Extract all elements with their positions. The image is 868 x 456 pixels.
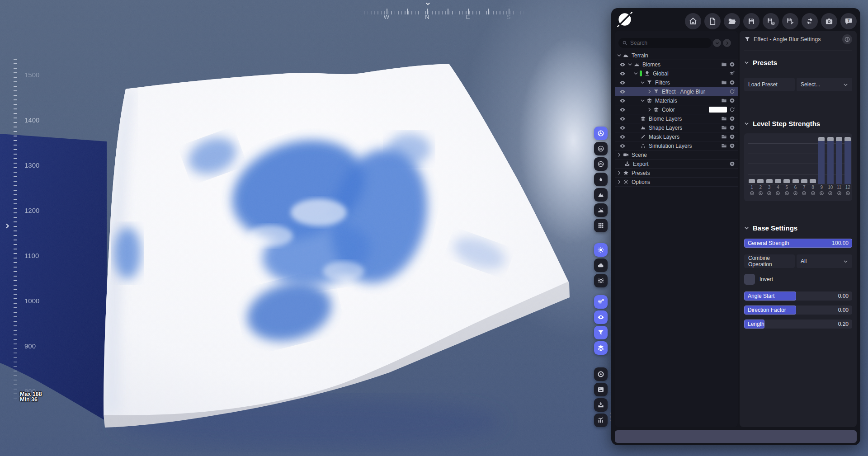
visibility-eye-icon[interactable] bbox=[619, 143, 627, 149]
folder-icon[interactable] bbox=[721, 125, 727, 131]
visibility-eye-icon[interactable] bbox=[619, 116, 627, 122]
tree-row-global[interactable]: Global bbox=[615, 69, 738, 78]
level-slider-handle[interactable] bbox=[844, 137, 851, 141]
tree-row-export[interactable]: Export bbox=[615, 160, 738, 169]
refresh-icon[interactable] bbox=[729, 107, 735, 113]
terrain-ring-button[interactable] bbox=[594, 157, 608, 171]
waves-button[interactable] bbox=[594, 274, 608, 287]
visibility-eye-icon[interactable] bbox=[619, 98, 627, 104]
stats-button[interactable] bbox=[594, 414, 608, 427]
base-settings-section-header[interactable]: Base Settings bbox=[744, 224, 797, 232]
tree-row-terrain[interactable]: Terrain bbox=[615, 51, 738, 60]
chevron-down-icon[interactable] bbox=[627, 62, 632, 67]
plus-icon[interactable] bbox=[729, 134, 735, 140]
tree-row-shape-layers[interactable]: Shape Layers bbox=[615, 123, 738, 132]
level-step-eye-icon[interactable] bbox=[766, 191, 773, 197]
tree-row-biome-layers[interactable]: Biome Layers bbox=[615, 114, 738, 123]
record-button[interactable] bbox=[594, 367, 608, 381]
sun-button[interactable] bbox=[594, 243, 608, 257]
expand-all-button[interactable] bbox=[723, 39, 731, 47]
info-button[interactable] bbox=[842, 34, 852, 44]
tree-row-mask-layers[interactable]: Mask Layers bbox=[615, 132, 738, 141]
level-step-eye-icon[interactable] bbox=[793, 191, 799, 197]
funnel-button[interactable] bbox=[594, 326, 608, 339]
level-slider-handle[interactable] bbox=[801, 179, 807, 183]
refresh-icon[interactable] bbox=[729, 89, 735, 94]
mountain-button[interactable] bbox=[594, 188, 608, 202]
plus-icon[interactable] bbox=[729, 98, 735, 103]
plus-icon[interactable] bbox=[729, 143, 735, 149]
collapse-all-button[interactable] bbox=[713, 39, 721, 47]
chevron-down-icon[interactable] bbox=[633, 71, 638, 76]
compass[interactable]: WNES bbox=[357, 3, 529, 24]
level-step-eye-icon[interactable] bbox=[818, 191, 825, 197]
level-step-eye-icon[interactable] bbox=[783, 191, 790, 197]
visibility-eye-icon[interactable] bbox=[619, 134, 627, 140]
level-slider-handle[interactable] bbox=[793, 179, 799, 183]
color-swatch[interactable] bbox=[709, 107, 727, 113]
level-step-eye-icon[interactable] bbox=[827, 191, 834, 197]
plus-icon[interactable] bbox=[729, 161, 735, 167]
plus-icon[interactable] bbox=[729, 61, 735, 67]
tree-row-materials[interactable]: Materials bbox=[615, 96, 738, 105]
gears-button[interactable] bbox=[594, 295, 608, 309]
plus-icon[interactable] bbox=[729, 125, 735, 131]
combine-operation-select[interactable]: All bbox=[797, 254, 852, 268]
visibility-eye-icon[interactable] bbox=[619, 89, 627, 95]
level-step-eye-icon[interactable] bbox=[836, 191, 842, 197]
chevron-right-icon[interactable] bbox=[647, 89, 652, 94]
visibility-eye-icon[interactable] bbox=[619, 61, 627, 68]
save-edit-button[interactable] bbox=[782, 13, 798, 29]
level-slider-handle[interactable] bbox=[810, 179, 816, 183]
export-button[interactable] bbox=[594, 398, 608, 412]
visibility-eye-icon[interactable] bbox=[619, 125, 627, 131]
presets-section-header[interactable]: Presets bbox=[744, 59, 777, 66]
terrain-sphere-button[interactable] bbox=[594, 142, 608, 155]
level-step-eye-icon[interactable] bbox=[749, 191, 755, 197]
slider-direction-factor[interactable]: Direction Factor 0.00 bbox=[744, 306, 852, 315]
wheel-button[interactable] bbox=[594, 127, 608, 140]
search-input[interactable]: Search bbox=[618, 38, 712, 48]
level-slider-handle[interactable] bbox=[757, 179, 764, 183]
save-add-button[interactable] bbox=[763, 13, 779, 29]
tree-row-scene[interactable]: Scene bbox=[615, 150, 738, 160]
layers-plus-icon[interactable] bbox=[729, 71, 735, 76]
level-step-eye-icon[interactable] bbox=[775, 191, 781, 197]
level-slider-handle[interactable] bbox=[827, 137, 834, 141]
chevron-down-icon[interactable] bbox=[640, 80, 645, 85]
flame-button[interactable] bbox=[594, 173, 608, 186]
slider-length[interactable]: Length 0.20 bbox=[744, 320, 852, 329]
sync-button[interactable] bbox=[802, 13, 818, 29]
image-button[interactable] bbox=[594, 383, 608, 396]
open-folder-button[interactable] bbox=[724, 13, 740, 29]
level-slider-handle[interactable] bbox=[818, 137, 825, 141]
eye-button[interactable] bbox=[594, 310, 608, 324]
level-slider-handle[interactable] bbox=[749, 179, 755, 183]
folder-icon[interactable] bbox=[721, 143, 727, 149]
folder-icon[interactable] bbox=[721, 98, 727, 103]
visibility-eye-icon[interactable] bbox=[619, 71, 627, 77]
tree-row-effect-angle-blur[interactable]: Effect - Angle Blur bbox=[615, 87, 738, 96]
save-button[interactable] bbox=[743, 13, 760, 29]
folder-icon[interactable] bbox=[721, 116, 727, 122]
panel-drag-handle[interactable] bbox=[610, 410, 611, 423]
preset-select[interactable]: Select... bbox=[797, 78, 852, 91]
level-step-eye-icon[interactable] bbox=[801, 191, 807, 197]
tree-row-filters[interactable]: Filters bbox=[615, 78, 738, 87]
visibility-eye-icon[interactable] bbox=[619, 80, 627, 86]
home-button[interactable] bbox=[685, 13, 701, 29]
plus-icon[interactable] bbox=[729, 116, 735, 122]
cloud-button[interactable] bbox=[594, 259, 608, 272]
slider-general-strength[interactable]: General Strength 100.00 bbox=[744, 239, 852, 248]
chevron-right-icon[interactable] bbox=[647, 107, 652, 112]
slider-angle-start[interactable]: Angle Start 0.00 bbox=[744, 291, 852, 301]
tree-row-biomes[interactable]: Biomes bbox=[615, 60, 738, 69]
level-slider-handle[interactable] bbox=[775, 179, 781, 183]
level-slider-handle[interactable] bbox=[783, 179, 790, 183]
plus-icon[interactable] bbox=[729, 80, 735, 85]
folder-icon[interactable] bbox=[721, 61, 727, 67]
tree-row-options[interactable]: Options bbox=[615, 178, 738, 187]
level-step-eye-icon[interactable] bbox=[844, 191, 851, 197]
chevron-right-icon[interactable] bbox=[617, 179, 622, 184]
tree-row-simulation-layers[interactable]: Simulation Layers bbox=[615, 141, 738, 150]
